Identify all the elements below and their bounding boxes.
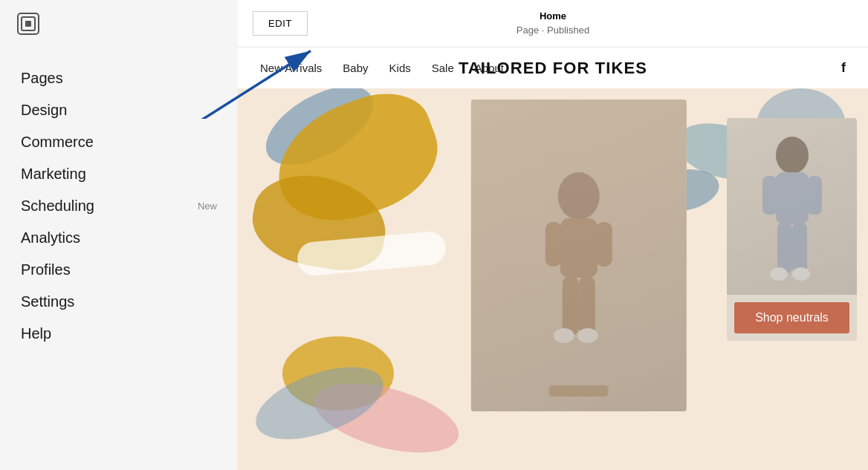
hero-side-card-image [727,118,857,295]
svg-point-17 [770,267,788,281]
svg-rect-8 [579,276,595,336]
sidebar-item-label: Help [21,325,51,342]
sidebar-item-scheduling[interactable]: Scheduling New [0,190,238,222]
sidebar-item-label: Settings [21,293,74,310]
sidebar-item-label: Pages [21,70,63,87]
sidebar-item-label: Scheduling [21,198,94,215]
website-brand: TAILORED FOR TIKES [459,59,647,78]
website-nav-baby[interactable]: Baby [343,62,368,74]
svg-rect-13 [762,176,777,215]
hero-section: THE NEUTRALS COLLECTION [238,88,868,470]
svg-rect-2 [25,21,31,27]
sidebar-item-label: Design [21,102,67,119]
sidebar: Pages Design Commerce Marketing Scheduli… [0,0,238,470]
sidebar-item-commerce[interactable]: Commerce [0,126,238,158]
sidebar-item-help[interactable]: Help [0,318,238,350]
sidebar-item-label: Commerce [21,134,94,151]
svg-point-9 [554,328,574,343]
page-info: Home Page · Published [516,10,589,36]
topbar: EDIT Home Page · Published [238,0,868,48]
svg-point-3 [558,172,600,220]
svg-rect-6 [596,222,612,267]
svg-point-11 [776,137,809,174]
sidebar-item-label: Profiles [21,261,71,278]
hero-card-image [471,99,687,411]
sidebar-item-pages[interactable]: Pages [0,62,238,94]
facebook-icon[interactable]: f [841,60,846,76]
svg-rect-16 [792,222,807,274]
sidebar-item-marketing[interactable]: Marketing [0,158,238,190]
sidebar-item-label: Marketing [21,166,86,183]
svg-rect-5 [545,222,562,267]
squarespace-logo[interactable] [15,10,42,37]
website-preview: New Arrivals Baby Kids Sale About TAILOR… [238,48,868,470]
svg-rect-15 [777,222,792,274]
svg-rect-4 [560,218,597,278]
svg-point-18 [792,267,810,281]
sidebar-nav: Pages Design Commerce Marketing Scheduli… [0,48,238,470]
main-content: EDIT Home Page · Published New Arrivals … [238,0,868,470]
hero-center-card: THE NEUTRALS COLLECTION [471,99,687,411]
page-title: Home [516,10,589,23]
website-nav-new-arrivals[interactable]: New Arrivals [260,62,322,74]
edit-button[interactable]: EDIT [253,11,308,36]
scheduling-badge: New [198,200,217,212]
sidebar-item-design[interactable]: Design [0,94,238,126]
website-nav-kids[interactable]: Kids [389,62,411,74]
page-status: Page · Published [516,24,589,37]
hero-side-card: Shop neutrals [727,118,857,341]
svg-point-10 [577,328,598,343]
sidebar-item-profiles[interactable]: Profiles [0,254,238,286]
svg-rect-14 [807,176,822,215]
sidebar-item-settings[interactable]: Settings [0,286,238,318]
sidebar-item-analytics[interactable]: Analytics [0,222,238,254]
svg-rect-7 [563,276,579,336]
website-nav: New Arrivals Baby Kids Sale About TAILOR… [238,48,868,88]
sidebar-item-label: Analytics [21,229,80,247]
website-nav-sale[interactable]: Sale [432,62,454,74]
shop-neutrals-button[interactable]: Shop neutrals [734,302,849,333]
sidebar-header [0,0,238,48]
svg-rect-12 [776,172,809,224]
